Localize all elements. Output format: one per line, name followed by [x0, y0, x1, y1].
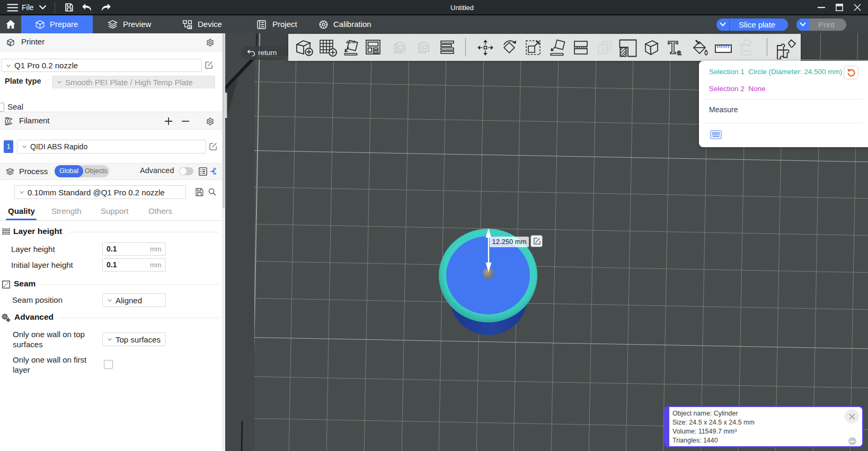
svg-text:AUTO: AUTO — [346, 40, 356, 44]
svg-text:a: a — [677, 48, 681, 57]
